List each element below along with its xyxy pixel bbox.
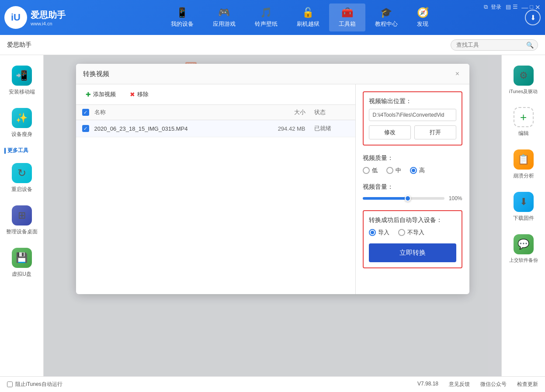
open-button[interactable]: 打开	[414, 125, 456, 139]
row-checkbox-wrap: ✓	[82, 125, 94, 132]
menu-icon[interactable]: ☰	[513, 3, 518, 11]
install-mobile-icon: 📲	[12, 66, 32, 86]
volume-label: 视频音量：	[363, 183, 462, 191]
maximize-icon[interactable]: □	[530, 3, 533, 11]
edit-icon: +	[514, 107, 534, 127]
right-item-itunes[interactable]: ⚙ iTunes及驱动	[502, 59, 545, 101]
edit-label: 编辑	[518, 130, 529, 137]
volume-percentage: 100%	[449, 195, 462, 201]
modal-left-panel: ✚ 添加视频 ✖ 移除 ✓	[76, 84, 356, 294]
search-icon[interactable]: 🔍	[526, 42, 534, 49]
quality-high-option[interactable]: 高	[410, 167, 425, 174]
logo-icon: iU	[4, 6, 27, 29]
tray-icon[interactable]: ▤	[506, 3, 511, 11]
header-name: 名称	[94, 108, 271, 116]
page-area: 📷 管理描述文件 🔌 BETA 正品配件检测 😊 表情制作 🔓 跳过监管锁	[44, 55, 501, 376]
version-label: V7.98.18	[417, 381, 438, 388]
itunes-checkbox[interactable]	[7, 382, 13, 387]
quality-section: 视频质量： 低 中	[363, 154, 462, 174]
close-icon[interactable]: ✕	[535, 3, 541, 11]
volume-slider[interactable]	[363, 197, 444, 200]
restart-icon: ↻	[12, 163, 32, 183]
no-import-radio[interactable]	[398, 229, 405, 236]
modal-body: ✚ 添加视频 ✖ 移除 ✓	[76, 84, 469, 294]
sidebar-item-device-slim[interactable]: ✨ 设备瘦身	[0, 102, 43, 144]
row-filename: 2020_06_23_18_15_IMG_0315.MP4	[94, 125, 271, 132]
modify-button[interactable]: 修改	[369, 125, 411, 139]
nav-apps-games[interactable]: 🎮 应用游戏	[203, 3, 245, 31]
import-radio[interactable]	[369, 229, 376, 236]
search-input[interactable]	[456, 42, 526, 48]
header-checkbox[interactable]: ✓	[82, 109, 89, 116]
header-size: 大小	[271, 108, 314, 116]
right-item-firmware[interactable]: ⬇ 下载固件	[502, 186, 545, 228]
crash-label: 崩溃分析	[513, 172, 534, 180]
breadcrumb: 爱思助手	[7, 41, 31, 49]
nav-device-icon: 📱	[176, 7, 188, 18]
nav-toolbox-label: 工具箱	[339, 20, 356, 28]
quality-low-option[interactable]: 低	[363, 167, 378, 174]
quality-mid-radio[interactable]	[386, 167, 393, 174]
modal-title: 转换视频	[83, 70, 109, 78]
row-status: 已就绪	[314, 125, 349, 132]
header-status: 状态	[314, 108, 349, 116]
check-update-link[interactable]: 检查更新	[517, 381, 538, 388]
quality-mid-label: 中	[396, 167, 401, 174]
quality-high-radio[interactable]	[410, 167, 417, 174]
nav-toolbox[interactable]: 🧰 工具箱	[329, 3, 365, 31]
row-checkbox[interactable]: ✓	[82, 125, 89, 132]
convert-button[interactable]: 立即转换	[369, 243, 456, 262]
no-import-option[interactable]: 不导入	[398, 229, 424, 236]
output-location-section: 视频输出位置： D:\i4Tools7\Files\ConvertedVid 修…	[363, 91, 462, 146]
login-link[interactable]: 登录	[491, 3, 501, 11]
sidebar-organize-label: 整理设备桌面	[6, 228, 38, 236]
remove-button[interactable]: ✖ 移除	[126, 89, 152, 100]
sidebar: 📲 安装移动端 ✨ 设备瘦身 更多工具 ↻ 重启设备 ⊞ 整理设备桌面 💾 虚拟…	[0, 55, 44, 376]
nav-my-device[interactable]: 📱 我的设备	[161, 3, 203, 31]
udisk-icon: 💾	[12, 248, 32, 268]
nav-apps-icon: 🎮	[218, 7, 230, 18]
nav-jailbreak[interactable]: 🔓 刷机越狱	[287, 3, 329, 31]
row-filesize: 294.42 MB	[271, 125, 314, 132]
volume-section: 视频音量： 100%	[363, 183, 462, 201]
right-item-crash[interactable]: 📋 崩溃分析	[502, 143, 545, 186]
sidebar-item-install-mobile[interactable]: 📲 安装移动端	[0, 59, 43, 102]
right-item-backup[interactable]: 💬 上交软件备份	[502, 228, 545, 270]
sidebar-item-udisk[interactable]: 💾 虚拟U盘	[0, 242, 43, 284]
output-btn-row: 修改 打开	[369, 125, 456, 139]
right-item-edit[interactable]: + 编辑	[502, 101, 545, 143]
nav-tutorials[interactable]: 🎓 教程中心	[365, 3, 407, 31]
restore-icon[interactable]: ⧉	[484, 3, 488, 11]
feedback-link[interactable]: 意见反馈	[449, 381, 470, 388]
quality-low-radio[interactable]	[363, 167, 370, 174]
sidebar-item-restart[interactable]: ↻ 重启设备	[0, 157, 43, 199]
wechat-link[interactable]: 微信公众号	[480, 381, 507, 388]
nav-discover-icon: 🧭	[417, 7, 429, 18]
itunes-checkbox-label: 阻止iTunes自动运行	[15, 381, 62, 388]
sidebar-item-organize[interactable]: ⊞ 整理设备桌面	[0, 199, 43, 242]
nav-ringtones-label: 铃声壁纸	[255, 20, 278, 28]
nav-ringtones[interactable]: 🎵 铃声壁纸	[245, 3, 287, 31]
import-label: 导入	[378, 229, 389, 236]
quality-mid-option[interactable]: 中	[386, 167, 401, 174]
table-row[interactable]: ✓ 2020_06_23_18_15_IMG_0315.MP4 294.42 M…	[76, 120, 355, 137]
remove-label: 移除	[137, 90, 149, 98]
import-option[interactable]: 导入	[369, 229, 389, 236]
minimize-icon[interactable]: —	[521, 3, 528, 11]
bottom-bar: 阻止iTunes自动运行 V7.98.18 意见反馈 微信公众号 检查更新	[0, 376, 545, 392]
auto-import-label: 转换成功后自动导入设备：	[369, 216, 456, 224]
header-check: ✓	[82, 109, 94, 116]
modal-close-button[interactable]: ×	[453, 69, 462, 79]
nav-apps-label: 应用游戏	[213, 20, 236, 28]
import-radio-group: 导入 不导入	[369, 229, 456, 236]
slider-fill	[363, 197, 408, 200]
sidebar-udisk-label: 虚拟U盘	[12, 271, 31, 278]
app-name: 爱思助手	[31, 9, 66, 21]
nav-discover[interactable]: 🧭 发现	[407, 3, 438, 31]
download-button[interactable]: ⬇	[525, 10, 541, 25]
slider-thumb[interactable]	[405, 195, 411, 201]
sidebar-restart-label: 重启设备	[11, 186, 32, 193]
auto-import-section: 转换成功后自动导入设备： 导入 不导入	[363, 210, 462, 268]
modal-right-panel: 视频输出位置： D:\i4Tools7\Files\ConvertedVid 修…	[356, 84, 469, 294]
add-video-button[interactable]: ✚ 添加视频	[82, 89, 119, 100]
